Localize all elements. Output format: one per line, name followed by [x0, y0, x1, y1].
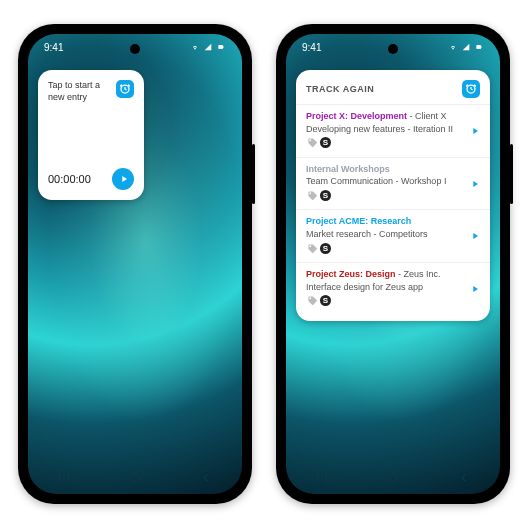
- screen-right: 9:41 TRACK AGAIN Project X: Development …: [286, 34, 500, 494]
- nav-bar: [28, 466, 242, 490]
- status-icons: [448, 43, 484, 51]
- tag-icon: [306, 189, 318, 201]
- status-time: 9:41: [44, 42, 63, 53]
- status-time: 9:41: [302, 42, 321, 53]
- entry-meta: S: [306, 189, 480, 201]
- timer-value: 00:00:00: [48, 173, 91, 185]
- svg-point-13: [389, 474, 397, 482]
- app-icon: [116, 80, 134, 98]
- entry-meta: S: [306, 295, 480, 307]
- entry-description: Market research - Competitors: [306, 229, 480, 239]
- nav-home-icon[interactable]: [128, 471, 142, 485]
- widget-title: TRACK AGAIN: [306, 84, 374, 94]
- start-button[interactable]: [112, 168, 134, 190]
- svg-rect-0: [218, 45, 223, 49]
- entry-project: Project Zeus: Design: [306, 269, 396, 279]
- wifi-icon: [190, 43, 200, 51]
- nav-recents-icon[interactable]: [315, 471, 329, 485]
- tag-icon: [306, 137, 318, 149]
- signal-icon: [461, 43, 471, 51]
- entry-title-row: Project Zeus: Design - Zeus Inc.: [306, 269, 480, 281]
- time-entry[interactable]: Internal Workshops Team Communication - …: [296, 157, 490, 210]
- status-icons: [190, 43, 226, 51]
- phone-right: 9:41 TRACK AGAIN Project X: Development …: [276, 24, 510, 504]
- status-bar: 9:41: [28, 34, 242, 60]
- signal-icon: [203, 43, 213, 51]
- time-entry[interactable]: Project Zeus: Design - Zeus Inc. Interfa…: [296, 262, 490, 315]
- entry-client: - Client X: [410, 111, 447, 121]
- status-bar: 9:41: [286, 34, 500, 60]
- screen-left: 9:41 Tap to start a new entry 00:00:00: [28, 34, 242, 494]
- entry-title-row: Internal Workshops: [306, 164, 480, 176]
- tag-icon: [306, 295, 318, 307]
- entry-meta: S: [306, 242, 480, 254]
- entry-title-row: Project X: Development - Client X: [306, 111, 480, 123]
- track-again-widget: TRACK AGAIN Project X: Development - Cli…: [296, 70, 490, 321]
- svg-rect-7: [476, 45, 481, 49]
- timer-widget[interactable]: Tap to start a new entry 00:00:00: [38, 70, 144, 200]
- tag-icon: [306, 242, 318, 254]
- entry-play-button[interactable]: [470, 227, 480, 245]
- entry-title-row: Project ACME: Research: [306, 216, 480, 228]
- svg-rect-1: [223, 46, 224, 47]
- wifi-icon: [448, 43, 458, 51]
- svg-rect-8: [481, 46, 482, 47]
- battery-icon: [216, 43, 226, 51]
- entry-project: Internal Workshops: [306, 164, 390, 174]
- billable-icon: S: [320, 243, 331, 254]
- entry-meta: S: [306, 137, 480, 149]
- time-entry[interactable]: Project X: Development - Client X Develo…: [296, 104, 490, 157]
- nav-back-icon[interactable]: [199, 471, 213, 485]
- nav-recents-icon[interactable]: [57, 471, 71, 485]
- nav-back-icon[interactable]: [457, 471, 471, 485]
- phone-left: 9:41 Tap to start a new entry 00:00:00: [18, 24, 252, 504]
- app-icon: [462, 80, 480, 98]
- entry-play-button[interactable]: [470, 280, 480, 298]
- entry-play-button[interactable]: [470, 122, 480, 140]
- time-entry[interactable]: Project ACME: Research Market research -…: [296, 209, 490, 262]
- entry-description: Developing new features - Iteration II: [306, 124, 480, 134]
- entry-play-button[interactable]: [470, 175, 480, 193]
- nav-bar: [286, 466, 500, 490]
- entry-description: Interface design for Zeus app: [306, 282, 480, 292]
- entry-project: Project X: Development: [306, 111, 407, 121]
- entry-project: Project ACME: Research: [306, 216, 411, 226]
- billable-icon: S: [320, 190, 331, 201]
- billable-icon: S: [320, 137, 331, 148]
- battery-icon: [474, 43, 484, 51]
- billable-icon: S: [320, 295, 331, 306]
- timer-prompt: Tap to start a new entry: [48, 80, 116, 103]
- svg-point-6: [131, 474, 139, 482]
- entry-description: Team Communication - Workshop I: [306, 176, 480, 186]
- nav-home-icon[interactable]: [386, 471, 400, 485]
- entry-client: - Zeus Inc.: [398, 269, 441, 279]
